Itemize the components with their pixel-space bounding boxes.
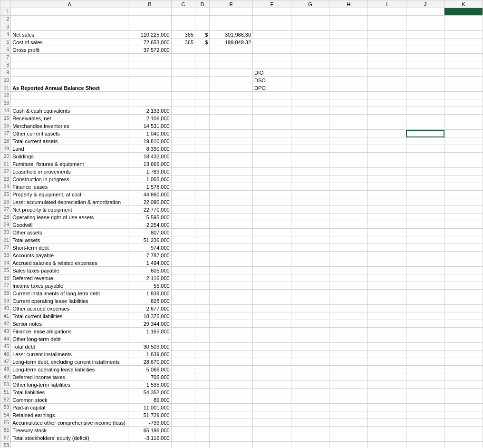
table-row[interactable]: 45Total debt30,509,000 <box>0 343 483 351</box>
cell-g[interactable] <box>291 366 329 373</box>
cell-value[interactable]: 18,375,000 <box>128 312 171 320</box>
cell-label[interactable]: Leasehold improvements <box>11 168 128 175</box>
table-row[interactable]: 17Other current assets1,040,000 <box>0 130 483 137</box>
cell-e[interactable] <box>210 442 253 448</box>
cell-value[interactable]: 828,000 <box>128 297 171 305</box>
cell-label[interactable]: Total debt <box>11 343 128 351</box>
table-row[interactable]: 27Net property & equipment22,770,000 <box>0 206 483 214</box>
cell-k[interactable] <box>444 191 483 198</box>
cell-i[interactable] <box>367 115 406 122</box>
table-row[interactable]: 10DSO <box>0 77 483 84</box>
cell-c[interactable] <box>171 343 195 351</box>
cell-h[interactable] <box>329 8 368 16</box>
cell-label[interactable] <box>11 92 128 99</box>
cell-j[interactable] <box>406 107 444 115</box>
cell-j[interactable] <box>406 419 444 427</box>
cell-value[interactable]: 51,729,000 <box>128 411 171 419</box>
cell-d[interactable] <box>195 191 210 198</box>
cell-e[interactable] <box>210 343 253 351</box>
cell-e[interactable] <box>210 252 253 259</box>
cell-k[interactable] <box>444 214 483 221</box>
cell-e[interactable] <box>210 427 253 434</box>
cell-c[interactable] <box>171 427 195 434</box>
cell-f[interactable] <box>253 46 291 54</box>
cell-c[interactable] <box>171 290 195 297</box>
cell-c[interactable]: 365 <box>171 31 195 39</box>
table-row[interactable]: 40Other accrued expenses2,677,000 <box>0 305 483 312</box>
cell-h[interactable] <box>329 145 368 153</box>
cell-i[interactable] <box>367 259 406 267</box>
cell-d[interactable] <box>195 373 210 381</box>
cell-f[interactable] <box>253 206 291 214</box>
cell-i[interactable] <box>367 229 406 236</box>
cell-h[interactable] <box>329 54 368 61</box>
cell-e[interactable] <box>210 236 253 244</box>
cell-j[interactable] <box>406 236 444 244</box>
cell-g[interactable] <box>291 396 329 404</box>
cell-d[interactable] <box>195 153 210 160</box>
cell-label[interactable]: Current installments of long-term debt <box>11 290 128 297</box>
cell-g[interactable] <box>291 214 329 221</box>
cell-k[interactable] <box>444 168 483 175</box>
cell-label[interactable]: Accumulated other comprehensive income (… <box>11 419 128 427</box>
cell-g[interactable] <box>291 419 329 427</box>
cell-e[interactable] <box>210 77 253 84</box>
cell-e[interactable] <box>210 351 253 358</box>
cell-label[interactable] <box>11 69 128 77</box>
cell-i[interactable] <box>367 442 406 448</box>
cell-j[interactable] <box>406 366 444 373</box>
cell-j[interactable] <box>406 99 444 107</box>
table-row[interactable]: 49Deferred income taxes706,000 <box>0 373 483 381</box>
cell-h[interactable] <box>329 31 368 39</box>
cell-i[interactable] <box>367 267 406 274</box>
cell-g[interactable] <box>291 84 329 92</box>
table-row[interactable]: 31Total assets51,236,000 <box>0 236 483 244</box>
cell-j[interactable] <box>406 8 444 16</box>
cell-g[interactable] <box>291 206 329 214</box>
table-row[interactable]: 20Buildings18,432,000 <box>0 153 483 160</box>
cell-value[interactable]: 1,040,000 <box>128 130 171 137</box>
cell-e[interactable] <box>210 191 253 198</box>
table-row[interactable]: 28Operating lease right-of-use assets5,5… <box>0 214 483 221</box>
cell-e[interactable] <box>210 46 253 54</box>
cell-f[interactable] <box>253 160 291 168</box>
cell-d[interactable] <box>195 236 210 244</box>
cell-d[interactable] <box>195 16 210 23</box>
cell-i[interactable] <box>367 282 406 290</box>
table-row[interactable]: 25Property & equipment, at cost44,860,00… <box>0 191 483 198</box>
cell-g[interactable] <box>291 267 329 274</box>
cell-d[interactable] <box>195 130 210 137</box>
cell-d[interactable] <box>195 122 210 130</box>
cell-k[interactable] <box>444 107 483 115</box>
cell-e[interactable] <box>210 366 253 373</box>
cell-c[interactable] <box>171 77 195 84</box>
cell-h[interactable] <box>329 259 368 267</box>
cell-i[interactable] <box>367 39 406 46</box>
cell-g[interactable] <box>291 31 329 39</box>
cell-j[interactable] <box>406 351 444 358</box>
cell-j[interactable] <box>406 214 444 221</box>
cell-d[interactable] <box>195 160 210 168</box>
cell-k[interactable] <box>444 343 483 351</box>
cell-j[interactable] <box>406 389 444 396</box>
cell-f[interactable] <box>253 54 291 61</box>
cell-e[interactable] <box>210 282 253 290</box>
cell-f[interactable] <box>253 282 291 290</box>
cell-f[interactable]: DSO <box>253 77 291 84</box>
cell-k[interactable] <box>444 267 483 274</box>
table-row[interactable]: 48Long-term operating lease liabilities5… <box>0 366 483 373</box>
cell-i[interactable] <box>367 198 406 206</box>
cell-d[interactable] <box>195 99 210 107</box>
cell-i[interactable] <box>367 343 406 351</box>
cell-value[interactable]: 2,254,000 <box>128 221 171 229</box>
cell-value[interactable]: 22,770,000 <box>128 206 171 214</box>
cell-d[interactable] <box>195 252 210 259</box>
cell-label[interactable]: Gross profit <box>11 46 128 54</box>
cell-k[interactable] <box>444 229 483 236</box>
cell-value[interactable]: 2,106,000 <box>128 115 171 122</box>
cell-i[interactable] <box>367 274 406 282</box>
cell-k[interactable] <box>444 23 483 31</box>
table-row[interactable]: 54Retained earnings51,729,000 <box>0 411 483 419</box>
cell-d[interactable] <box>195 168 210 175</box>
cell-g[interactable] <box>291 191 329 198</box>
